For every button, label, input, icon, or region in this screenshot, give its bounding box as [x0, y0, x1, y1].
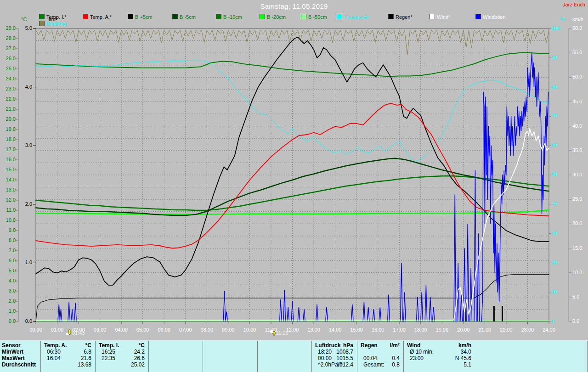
table-cell: 23:00: [410, 355, 424, 361]
table-divider: [148, 341, 149, 372]
humidity-tick-label: 60: [552, 142, 557, 148]
wind-tick-label: 50.0: [572, 74, 582, 79]
series-windboeen-spike: [68, 302, 70, 322]
celsius-tick-label: 6.0: [9, 258, 16, 263]
table-cell: 34.0: [461, 349, 471, 355]
hour-tick-label: 09:00: [222, 327, 235, 333]
series-windboeen-spike: [283, 290, 286, 321]
event-time-label: 11:15: [276, 330, 288, 336]
celsius-tick-label: 24.0: [6, 76, 16, 81]
hour-tick-label: 23:00: [521, 327, 534, 333]
hour-tick-label: 04:00: [115, 327, 128, 333]
table-cell: Gesamt:: [363, 361, 384, 368]
table-cell: km/h: [458, 342, 471, 349]
celsius-tick-label: 22.0: [6, 96, 16, 101]
celsius-tick-label: 3.0: [9, 288, 16, 293]
series-windboeen-spike: [421, 292, 423, 321]
humidity-tick-label: 20: [552, 259, 557, 265]
table-cell: Regen: [361, 342, 378, 349]
table-cell: Luftdruck: [315, 342, 340, 349]
celsius-tick-label: 28.0: [6, 35, 16, 41]
humidity-tick-label: 50: [552, 172, 557, 177]
hour-tick-label: 14:00: [329, 327, 342, 333]
series-windboeen-spike: [388, 295, 390, 322]
series-windboeen-spike: [280, 299, 282, 321]
hour-tick-label: 08:00: [201, 327, 214, 333]
hour-tick-label: 19:00: [436, 327, 449, 333]
hour-tick-label: 05:00: [136, 327, 149, 333]
series-b-5cm: [36, 37, 549, 285]
celsius-tick-label: 27.0: [6, 45, 16, 51]
table-cell: 24.2: [134, 349, 145, 355]
wind-tick-label: 20.0: [572, 220, 582, 226]
hour-tick-label: 03:00: [94, 327, 107, 333]
series-windboeen-spike: [367, 307, 369, 321]
table-cell: 13.68: [78, 361, 91, 368]
series-windboeen-spike: [429, 297, 431, 321]
event-time-label: 01:43: [72, 330, 85, 336]
table-cell: 22:35: [102, 355, 115, 361]
hour-tick-label: 13:00: [307, 327, 320, 333]
table-cell: Temp. A.: [44, 342, 67, 349]
hour-tick-label: 17:00: [393, 327, 406, 333]
celsius-tick-label: 10.0: [6, 217, 16, 223]
wind-tick-label: 55.0: [572, 50, 582, 55]
humidity-tick-label: 40: [552, 201, 557, 207]
humidity-tick-label: 10: [552, 289, 557, 294]
celsius-tick-label: 19.0: [6, 126, 16, 132]
celsius-tick-label: 7.0: [9, 248, 16, 253]
celsius-tick-label: 0.0: [9, 318, 16, 324]
table-divider: [311, 341, 312, 372]
series-windboeen-spike: [363, 302, 365, 322]
table-cell: 26.6: [134, 355, 145, 361]
series-windboeen-spike: [351, 304, 354, 321]
table-divider: [357, 341, 357, 372]
table-cell: l/m²: [390, 342, 400, 349]
table-cell: N 45.6: [455, 355, 471, 361]
celsius-tick-label: 18.0: [6, 136, 16, 142]
series-windboeen-spike: [287, 307, 289, 321]
table-cell: 06:30: [47, 349, 61, 355]
series-windboeen-spike: [326, 307, 328, 321]
moonset-icon: [66, 330, 71, 335]
series-windboeen-spike: [316, 304, 318, 321]
table-cell: 00:00: [318, 355, 332, 361]
hour-tick-label: 22:00: [500, 327, 513, 333]
series-windboeen-spike: [425, 285, 427, 321]
series-windboeen-spike: [379, 307, 381, 321]
series-windboeen-dense: [481, 53, 548, 321]
series-feuchte-a-: [36, 60, 549, 162]
rain-tick-label: 0.0: [25, 318, 32, 324]
humidity-tick-label: 90: [552, 55, 557, 60]
table-cell: 0.8: [392, 361, 400, 368]
table-divider: [257, 341, 258, 372]
table-cell: 6.8: [84, 349, 91, 355]
table-cell: 1015.5: [336, 355, 353, 361]
wind-tick-label: 35.0: [572, 147, 582, 153]
series-windboeen-spike: [477, 234, 480, 321]
rain-tick-label: 4.0: [25, 84, 32, 90]
celsius-tick-label: 20.0: [6, 116, 16, 122]
table-cell: Durchschnitt: [2, 361, 36, 368]
table-cell: Sensor: [2, 342, 21, 349]
table-right-border: [587, 341, 588, 372]
table-cell: 21.6: [81, 355, 91, 361]
series-windboeen-spike: [74, 303, 77, 321]
table-divider: [403, 341, 404, 372]
wind-tick-label: 0.0: [572, 318, 579, 324]
table-divider: [203, 341, 203, 372]
series-windboeen-spike: [474, 170, 476, 321]
celsius-tick-label: 16.0: [6, 157, 16, 162]
series-b-10cm: [36, 176, 549, 210]
table-cell: 0.4: [392, 355, 400, 361]
humidity-tick-label: 80: [552, 84, 557, 90]
wind-tick-label: 10.0: [572, 270, 582, 275]
hour-tick-label: 10:00: [243, 327, 256, 333]
table-cell: Wind: [407, 342, 420, 349]
wind-tick-label: 60.0: [572, 25, 582, 31]
celsius-tick-label: 12.0: [6, 197, 16, 203]
humidity-tick-label: 30: [552, 231, 557, 236]
table-cell: 1008.7: [336, 349, 353, 355]
celsius-tick-label: 8.0: [9, 237, 16, 243]
celsius-tick-label: 23.0: [6, 86, 16, 91]
